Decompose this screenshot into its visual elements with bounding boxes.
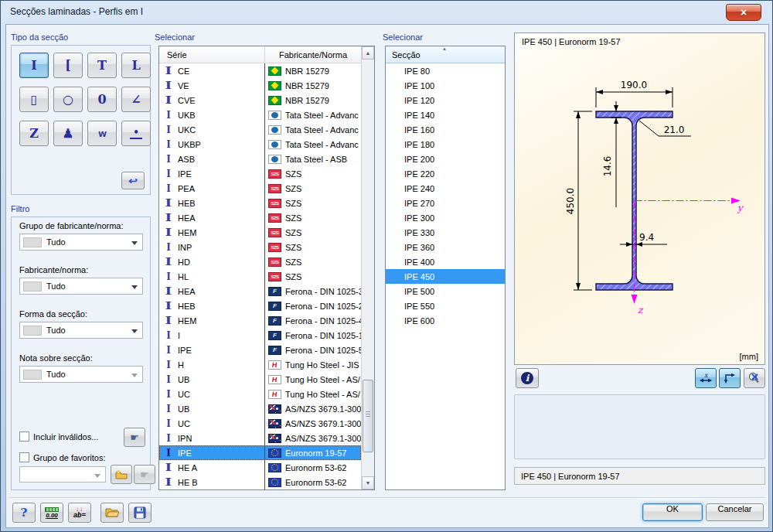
list-item[interactable]: IPE 400 [386,254,505,269]
list-item[interactable]: IPE 180 [386,137,505,152]
table-row[interactable]: HEA SZS [159,210,361,225]
table-row[interactable]: HD SZS [159,254,361,269]
list-item[interactable]: IPE 300 [386,210,505,225]
column-header-serie[interactable]: Série [159,46,264,63]
section-type-button[interactable]: ♟ [53,121,83,146]
column-header-seccao[interactable]: ▲ Secção [386,46,505,63]
list-item[interactable]: IPE 220 [386,166,505,181]
table-row[interactable]: INP SZS [159,240,361,254]
list-item[interactable]: IPE 600 [386,313,505,328]
list-item[interactable]: IPE 200 [386,152,505,166]
list-item[interactable]: IPE 100 [386,78,505,93]
table-row[interactable]: HEB SZS [159,196,361,210]
section-type-button[interactable]: ▯ [19,87,49,112]
table-row[interactable]: HL SZS [159,269,361,284]
list-item[interactable]: IPE 160 [386,122,505,137]
list-item[interactable]: IPE 500 [386,284,505,298]
table-row[interactable]: HE A Euronorm 53-62 [159,460,361,475]
table-row[interactable]: HEA Ferona - DIN 1025-3 [159,284,361,298]
table-row[interactable]: H Tung Ho Steel - JIS [159,357,361,372]
help-button[interactable]: ? [12,503,36,523]
titlebar[interactable]: Secções laminadas - Perfis em I × [1,1,772,24]
table-row[interactable]: VE NBR 15279 [159,78,361,93]
list-item[interactable]: IPE 270 [386,196,505,210]
list-item[interactable]: IPE 330 [386,225,505,240]
norm-name: SZS [285,199,301,208]
section-type-button[interactable]: 0 [87,87,117,112]
table-row[interactable]: HE B Euronorm 53-62 [159,475,361,489]
table-row[interactable]: UKC Tata Steel - Advanc [159,122,361,137]
filter-dropdown[interactable]: Tudo [19,278,143,295]
series-scrollbar[interactable]: ▲ ▼ [361,46,374,489]
table-row[interactable]: ASB Tata Steel - ASB [159,152,361,166]
favorites-checkbox[interactable]: Grupo de favoritos: [19,452,106,462]
edit-invalid-button[interactable]: ☛ [124,428,145,447]
scroll-up-button[interactable]: ▲ [362,46,374,60]
cancel-button[interactable]: Cancelar [706,503,764,521]
table-row[interactable]: IPE Euronorm 19-57 [159,445,361,460]
i-beam-icon [164,198,173,209]
table-row[interactable]: I Ferona - DIN 1025-1 [159,328,361,343]
table-row[interactable]: UKBP Tata Steel - Advanc [159,137,361,152]
units-button[interactable]: 0.00 [40,503,63,523]
section-type-button[interactable]: w [87,121,117,146]
table-row[interactable]: HEM Ferona - DIN 1025-4 [159,313,361,328]
table-row[interactable]: UB AS/NZS 3679.1-300 [159,401,361,416]
toggle-dimensions-button[interactable]: x [695,368,717,388]
ok-button[interactable]: OK [642,503,703,521]
table-row[interactable]: HEB Ferona - DIN 1025-2 [159,298,361,313]
new-favorites-group-button[interactable] [111,465,132,484]
table-row[interactable]: PEA SZS [159,181,361,196]
table-row[interactable]: IPN AS/NZS 3679.1-300 [159,431,361,445]
series-name: IPN [178,434,192,443]
table-row[interactable]: CE NBR 15279 [159,63,361,78]
table-row[interactable]: IPE Ferona - DIN 1025-5 [159,343,361,357]
rename-button[interactable]: ↓↓ ab= [68,503,91,523]
i-beam-icon [164,80,173,91]
section-info-button[interactable]: i [516,368,539,388]
norm-brand-icon [268,404,281,414]
table-row[interactable]: CVE NBR 15279 [159,93,361,107]
list-item[interactable]: IPE 450 [386,269,505,284]
table-row[interactable]: UKB Tata Steel - Advanc [159,107,361,122]
table-row[interactable]: HEM SZS [159,225,361,240]
norm-name: AS/NZS 3679.1-300 [285,434,361,443]
section-type-button[interactable]: Z [19,121,49,146]
section-type-button[interactable]: ○ [53,87,83,112]
list-item[interactable]: IPE 140 [386,107,505,122]
table-row[interactable]: IPE SZS [159,166,361,181]
section-type-button[interactable]: [ [53,53,83,78]
table-row[interactable]: UC AS/NZS 3679.1-300 [159,416,361,431]
list-item[interactable]: IPE 360 [386,240,505,254]
column-header-norma[interactable]: Fabricante/Norma [264,46,361,63]
table-row[interactable]: UB Tung Ho Steel - AS/ [159,372,361,387]
list-item[interactable]: IPE 120 [386,93,505,107]
list-item[interactable]: IPE 240 [386,181,505,196]
section-type-button[interactable]: I [19,53,49,78]
list-item[interactable]: IPE 80 [386,63,505,78]
include-invalid-checkbox[interactable]: Incluir inválidos... [19,431,98,442]
toggle-axes-button[interactable] [719,368,741,388]
filter-dropdown[interactable]: Tudo [19,366,143,383]
close-button[interactable]: × [726,4,761,21]
table-row[interactable]: UC Tung Ho Steel - AS/ [159,387,361,401]
reset-type-button[interactable]: ↩ [121,172,145,189]
save-button[interactable] [128,503,152,523]
section-type-button[interactable]: ∠ [121,87,151,112]
chevron-down-icon [131,329,138,333]
filter-field: Grupo de fabricante/norma: Tudo [19,221,143,251]
norm-name: Ferona - DIN 1025-2 [285,302,361,311]
favorites-dropdown[interactable] [19,466,106,483]
scroll-down-button[interactable]: ▼ [362,476,374,489]
filter-dropdown[interactable]: Tudo [19,322,143,339]
section-type-button[interactable]: • [121,121,151,146]
section-type-button[interactable]: T [87,53,117,78]
open-button[interactable] [100,503,124,523]
section-type-button[interactable]: L [121,53,151,78]
section-name-field[interactable]: IPE 450 | Euronorm 19-57 [514,467,765,485]
list-item[interactable]: IPE 550 [386,298,505,313]
edit-favorites-button[interactable]: ☛ [134,465,155,484]
zoom-off-button[interactable] [744,368,765,388]
scrollbar-thumb[interactable] [363,380,373,452]
filter-dropdown[interactable]: Tudo [19,234,143,251]
